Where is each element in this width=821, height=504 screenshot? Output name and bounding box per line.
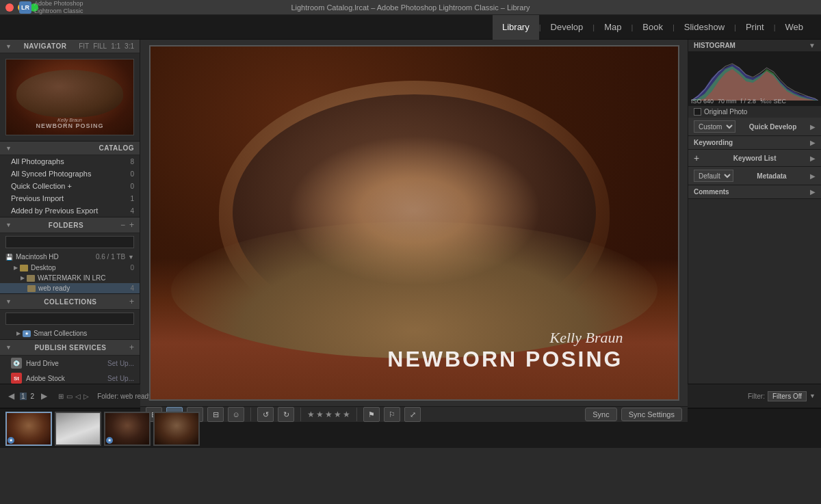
nav-item-develop[interactable]: Develop [541,15,593,40]
star-rating[interactable]: ★★★★★ [307,410,350,419]
main-photo: Kelly Braun NEWBORN POSING [149,45,679,401]
fill-btn[interactable]: FILL [93,42,107,50]
catalog-synced[interactable]: All Synced Photographs 0 [0,168,140,180]
close-button[interactable] [5,3,14,12]
keyword-list-title: Keyword List [733,155,777,162]
folder-web-ready[interactable]: web ready 4 [0,283,140,293]
original-photo-row: Original Photo [688,106,821,118]
original-photo-label: Original Photo [704,108,747,116]
metadata-dropdown[interactable]: Default [694,170,733,182]
disk-arrow[interactable]: ▼ [128,254,134,261]
collections-plus-btn[interactable]: + [129,297,134,306]
center-panel: Kelly Braun NEWBORN POSING ⊞ ▭ ⊡ ⊟ ☺ ↺ ↻… [140,40,688,384]
folders-search-input[interactable] [9,239,131,246]
nav-item-slideshow[interactable]: Slideshow [675,15,734,40]
folders-plus-btn[interactable]: + [129,220,134,230]
collections-search-input[interactable] [9,315,131,323]
comments-section: Comments ▶ [688,185,821,199]
iso-stat: ISO 640 [691,98,714,105]
grid-view-btn[interactable]: ⊞ [58,393,64,400]
catalog-all-photos[interactable]: All Photographs 8 [0,155,140,168]
folders-search[interactable] [5,236,134,248]
catalog-previous-import[interactable]: Previous Import 1 [0,192,140,204]
comments-arrow[interactable]: ▶ [810,188,816,196]
histogram-area: ISO 640 70 mm f / 2.8 ⅟₆₀₀ SEC [688,51,821,106]
folders-header[interactable]: ▼ Folders − + [0,217,140,233]
keywording-arrow[interactable]: ▶ [810,139,816,146]
folders-minus-btn[interactable]: − [120,220,125,230]
histogram-arrow[interactable]: ▼ [809,42,816,49]
keywording-title: Keywording [694,139,733,146]
quick-develop-arrow[interactable]: ▶ [810,123,816,131]
keyword-list-header[interactable]: + Keyword List ▶ [688,150,821,166]
keywording-header[interactable]: Keywording ▶ [688,136,821,149]
metadata-arrow[interactable]: ▶ [810,172,816,180]
original-photo-checkbox[interactable] [694,108,701,116]
navigator-header[interactable]: ▼ Navigator FIT FILL 1:1 3:1 [0,40,140,53]
folders-title: Folders [49,222,83,229]
preset-dropdown[interactable]: Custom [694,120,735,133]
nav-arrow-left[interactable]: ◁ [75,393,81,400]
folder-icon [27,275,35,282]
film-thumb-3[interactable]: ★ [104,412,151,446]
quick-develop-header[interactable]: Custom Quick Develop ▶ [688,118,821,135]
page-2-btn[interactable]: 2 [29,393,36,400]
3-1-btn[interactable]: 3:1 [125,42,134,50]
folder-open-icon [20,265,28,271]
catalog-header[interactable]: ▼ Catalog [0,142,140,155]
keyword-list-arrow[interactable]: ▶ [810,155,816,162]
metadata-header[interactable]: Default Metadata ▶ [688,167,821,185]
hdd-setup-btn[interactable]: Set Up... [107,360,134,367]
filmstrip-nav-next[interactable]: ▶ [38,390,50,402]
sync-settings-button[interactable]: Sync Settings [621,408,682,421]
publish-services-header[interactable]: ▼ Publish Services + [0,340,140,356]
unflag-button[interactable]: ⚐ [384,407,400,422]
nav-arrow-right[interactable]: ▷ [83,393,89,400]
filter-value[interactable]: Filters Off [768,391,807,401]
page-1-btn[interactable]: 1 [20,393,27,400]
smart-collections-item[interactable]: ▶ ★ Smart Collections [0,328,140,339]
people-view-button[interactable]: ☺ [228,407,244,422]
fit-button[interactable]: ⤢ [404,407,421,422]
histogram-chart [691,54,818,101]
collections-header[interactable]: ▼ Collections + [0,294,140,310]
toolbar-separator-3 [356,408,357,421]
rotate-right-button[interactable]: ↻ [278,407,294,422]
loupe-view-btn[interactable]: ▭ [66,393,73,400]
filmstrip-nav-prev[interactable]: ◀ [5,390,17,402]
comments-header[interactable]: Comments ▶ [688,185,821,198]
nav-item-web[interactable]: Web [776,15,813,40]
collections-search[interactable] [5,313,134,325]
film-thumb-2[interactable] [55,412,101,446]
service-adobe-stock[interactable]: St Adobe Stock Set Up... [0,371,140,384]
catalog-section: ▼ Catalog All Photographs 8 All Synced P… [0,142,140,217]
folder-desktop[interactable]: ▶ Desktop 0 [0,263,140,273]
nav-item-book[interactable]: Book [633,15,673,40]
fit-btn[interactable]: FIT [79,42,89,50]
catalog-quick-collection[interactable]: Quick Collection + 0 [0,180,140,192]
histogram-header: Histogram ▼ [688,40,821,51]
folder-watermark[interactable]: ▶ WATERMARK IN LRC [0,273,140,283]
nav-item-print[interactable]: Print [736,15,774,40]
smart-collection-icon: ★ [23,330,31,337]
keyword-plus-btn[interactable]: + [694,152,699,163]
navigator-title: Navigator [24,42,67,50]
stock-icon: St [11,373,22,384]
nav-item-library[interactable]: Library [493,15,539,40]
keywording-section: Keywording ▶ [688,136,821,150]
flag-button[interactable]: ⚑ [363,407,380,422]
film-thumb-1[interactable]: ★ [5,412,52,446]
catalog-previous-export[interactable]: Added by Previous Export 4 [0,204,140,217]
survey-view-button[interactable]: ⊟ [207,407,224,422]
lr-icon: LR [19,1,31,14]
disk-info: 💾 Macintosh HD 0.6 / 1 TB ▼ [0,251,140,263]
1-1-btn[interactable]: 1:1 [111,42,120,50]
stock-setup-btn[interactable]: Set Up... [107,375,134,382]
sync-button[interactable]: Sync [585,408,616,421]
nav-item-map[interactable]: Map [595,15,631,40]
rotate-left-button[interactable]: ↺ [257,407,274,422]
film-thumb-4[interactable] [153,412,200,446]
service-hard-drive[interactable]: 💽 Hard Drive Set Up... [0,356,140,371]
filter-arrow[interactable]: ▼ [809,393,816,399]
publish-plus-btn[interactable]: + [129,343,134,352]
